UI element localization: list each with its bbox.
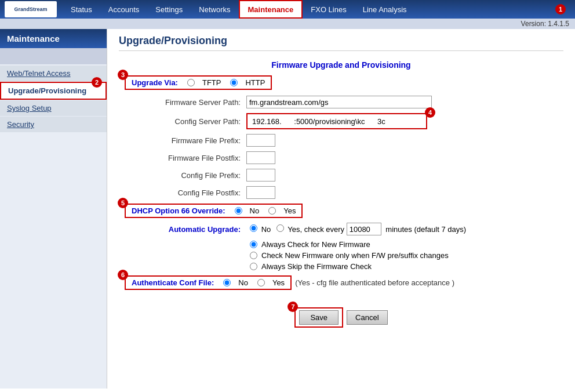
dhcp-option-row: DHCP Option 66 Override: No Yes 5	[125, 204, 563, 218]
page-title: Upgrade/Provisioning	[119, 35, 563, 51]
dhcp-option-box: DHCP Option 66 Override: No Yes	[125, 204, 303, 218]
dhcp-option-label: DHCP Option 66 Override:	[132, 206, 225, 215]
auto-upgrade-minutes-unit: minutes (default 7 days)	[385, 225, 466, 234]
sidebar-title: Maintenance	[0, 29, 107, 48]
sidebar-item-web-telnet[interactable]: Web/Telnet Access	[0, 66, 107, 81]
dhcp-no-radio[interactable]	[235, 207, 242, 215]
dhcp-yes-label: Yes	[283, 206, 296, 215]
sidebar: Maintenance Web/Telnet Access Upgrade/Pr…	[0, 29, 107, 389]
section-title: Firmware Upgrade and Provisioning	[119, 60, 563, 70]
sidebar-item-syslog-setup[interactable]: Syslog Setup	[0, 100, 107, 116]
config-file-postfix-row: Config File Postfix:	[119, 186, 563, 199]
always-skip-label: Always Skip the Firmware Check	[261, 262, 372, 271]
auth-conf-box: Authenticate Conf File: No Yes	[125, 275, 292, 290]
nav-status[interactable]: Status	[63, 0, 100, 19]
config-path-box	[246, 113, 427, 129]
dhcp-no-label: No	[250, 206, 260, 215]
auto-upgrade-minutes-input[interactable]	[347, 223, 381, 235]
auto-no-label: No	[261, 225, 271, 234]
auth-conf-label: Authenticate Conf File:	[132, 278, 214, 287]
sidebar-item-upgrade-provisioning[interactable]: Upgrade/Provisioning	[0, 82, 107, 100]
auto-yes-label: Yes, check every	[288, 225, 344, 234]
auto-upgrade-yes-radio[interactable]	[276, 224, 284, 232]
check-new-label: Check New Firmware only when F/W pre/suf…	[261, 251, 449, 260]
firmware-file-prefix-label: Firmware File Prefix:	[119, 136, 246, 145]
firmware-server-path-input[interactable]	[246, 96, 432, 108]
sidebar-item-security[interactable]: Security	[0, 117, 107, 132]
badge-3: 3	[118, 70, 128, 80]
firmware-file-postfix-input[interactable]	[246, 151, 275, 164]
config-server-path-input[interactable]	[250, 115, 424, 128]
upgrade-via-label: Upgrade Via:	[132, 78, 178, 87]
firmware-server-path-row: Firmware Server Path:	[119, 96, 563, 108]
config-file-prefix-input[interactable]	[246, 169, 275, 182]
auth-conf-row: Authenticate Conf File: No Yes 6 (Yes - …	[125, 275, 563, 290]
auto-upgrade-row: Automatic Upgrade: No Yes, check every m…	[119, 223, 563, 235]
save-button[interactable]: Save	[299, 310, 339, 325]
top-navigation: GrandStream Status Accounts Settings Net…	[0, 0, 575, 19]
firmware-file-postfix-label: Firmware File Postfix:	[119, 154, 246, 162]
save-row: Save 7 Cancel	[119, 307, 563, 328]
upgrade-via-http-radio[interactable]	[230, 79, 238, 86]
badge-6: 6	[118, 270, 128, 280]
auto-upgrade-label: Automatic Upgrade:	[119, 225, 246, 234]
always-skip-radio[interactable]	[250, 263, 257, 270]
tftp-label: TFTP	[202, 78, 221, 87]
nav-networks[interactable]: Networks	[191, 0, 238, 19]
auth-note: (Yes - cfg file authenticated before acc…	[295, 278, 454, 287]
nav-settings[interactable]: Settings	[147, 0, 191, 19]
dhcp-yes-radio[interactable]	[268, 207, 276, 215]
firmware-server-path-label: Firmware Server Path:	[119, 98, 246, 107]
save-box: Save	[294, 307, 343, 328]
logo-text: GrandStream	[14, 6, 47, 12]
always-check-row: Always Check for New Firmware	[246, 240, 563, 249]
page-layout: Maintenance Web/Telnet Access Upgrade/Pr…	[0, 29, 575, 389]
version-text: Version: 1.4.1.5	[521, 20, 569, 28]
upgrade-via-box: Upgrade Via: TFTP HTTP	[125, 75, 272, 90]
check-new-row: Check New Firmware only when F/W pre/suf…	[246, 251, 563, 260]
http-label: HTTP	[245, 78, 265, 87]
config-server-path-row: Config Server Path: 4	[119, 113, 563, 129]
auth-no-radio[interactable]	[223, 279, 231, 286]
config-file-prefix-row: Config File Prefix:	[119, 169, 563, 182]
config-file-postfix-label: Config File Postfix:	[119, 188, 246, 197]
nav-maintenance[interactable]: Maintenance	[239, 0, 303, 19]
main-content: Upgrade/Provisioning Firmware Upgrade an…	[107, 29, 575, 389]
always-skip-row: Always Skip the Firmware Check	[246, 262, 563, 271]
logo: GrandStream	[5, 1, 57, 17]
badge-1: 1	[555, 4, 566, 14]
auth-yes-radio[interactable]	[257, 279, 265, 286]
always-check-radio[interactable]	[250, 241, 257, 248]
badge-4: 4	[425, 107, 435, 118]
check-new-radio[interactable]	[250, 252, 257, 259]
upgrade-via-tftp-radio[interactable]	[187, 79, 195, 86]
config-file-prefix-label: Config File Prefix:	[119, 171, 246, 180]
firmware-file-prefix-input[interactable]	[246, 134, 275, 147]
cancel-button[interactable]: Cancel	[347, 310, 387, 325]
firmware-file-prefix-row: Firmware File Prefix:	[119, 134, 563, 147]
nav-links: Status Accounts Settings Networks Mainte…	[63, 0, 555, 19]
auto-upgrade-no-radio[interactable]	[250, 224, 257, 232]
auto-upgrade-controls: No Yes, check every minutes (default 7 d…	[246, 223, 466, 235]
auth-no-label: No	[238, 278, 248, 287]
firmware-file-postfix-row: Firmware File Postfix:	[119, 151, 563, 164]
version-bar: Version: 1.4.1.5	[0, 19, 575, 29]
badge-2: 2	[92, 77, 102, 88]
badge-5: 5	[118, 198, 128, 208]
auth-yes-label: Yes	[272, 278, 285, 287]
config-file-postfix-input[interactable]	[246, 186, 275, 199]
nav-line-analysis[interactable]: Line Analysis	[355, 0, 415, 19]
nav-fxo-lines[interactable]: FXO Lines	[303, 0, 354, 19]
sidebar-spacer	[0, 48, 107, 64]
always-check-label: Always Check for New Firmware	[261, 240, 370, 249]
upgrade-via-row: Upgrade Via: TFTP HTTP 3	[125, 75, 563, 90]
config-server-path-label: Config Server Path:	[119, 117, 246, 126]
nav-accounts[interactable]: Accounts	[100, 0, 147, 19]
